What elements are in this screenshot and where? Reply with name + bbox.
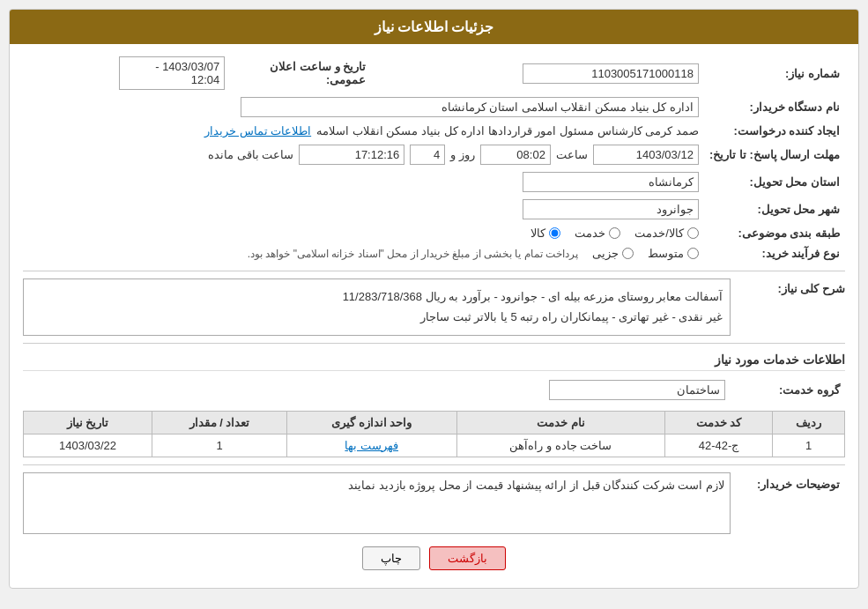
cell-row: 1 [773,434,845,457]
response-time-field: 08:02 [480,145,551,165]
service-group-value: ساختمان [23,376,731,404]
col-date: تاریخ نیاز [24,411,152,434]
response-deadline-value: 1403/03/12 ساعت 08:02 روز و 4 17:12:16 س… [23,141,704,168]
need-description-value: آسفالت معابر روستای مزرعه بیله ای - جوان… [23,279,731,336]
time-label: ساعت [556,148,588,161]
need-number-value: 1103005171000118 [371,53,704,93]
col-name: نام خدمت [456,411,664,434]
province-value: کرمانشاه [23,168,704,196]
radio-motaset[interactable]: متوسط [648,247,699,260]
cell-count: 1 [152,434,287,457]
announce-date-label: تاریخ و ساعت اعلان عمومی: [230,53,371,93]
creator-text: صمد کرمی کارشناس مسئول امور قراردادها اد… [316,124,699,137]
col-code: کد خدمت [664,411,772,434]
province-label: استان محل تحویل: [704,168,845,196]
announce-date-field: 1403/03/07 - 12:04 [119,56,225,90]
radio-jozi[interactable]: جزیی [592,247,634,260]
table-row: 1ج-42-42ساخت جاده و راه‌آهنفهرست بها1140… [24,434,845,457]
buyer-notes-label: توضیحات خریدار: [731,472,845,491]
category-label: طبقه بندی موضوعی: [704,223,845,243]
radio-jozi-input[interactable] [622,248,634,259]
response-date-field: 1403/03/12 [593,145,699,165]
info-table: شماره نیاز: 1103005171000118 تاریخ و ساع… [23,53,845,264]
buyer-org-label: نام دستگاه خریدار: [704,93,845,121]
remaining-days-field: 4 [410,145,445,165]
cell-unit: فهرست بها [286,434,456,457]
radio-motaset-label: متوسط [648,247,684,260]
radio-motaset-input[interactable] [687,248,699,259]
divider2 [23,343,845,344]
col-count: تعداد / مقدار [152,411,287,434]
need-number-field: 1103005171000118 [523,63,699,84]
response-deadline-label: مهلت ارسال پاسخ: تا تاریخ: [704,141,845,168]
province-field: کرمانشاه [523,172,699,192]
service-group-label: گروه خدمت: [731,376,845,404]
remaining-suffix: ساعت باقی مانده [208,148,293,161]
buyer-org-field: اداره کل بنیاد مسکن انقلاب اسلامی استان … [241,97,699,117]
radio-kala-label: کالا [530,227,545,240]
buyer-notes-row: توضیحات خریدار: لازم است شرکت کنندگان قب… [23,472,845,534]
cell-name: ساخت جاده و راه‌آهن [456,434,664,457]
btn-row: بازگشت چاپ [23,546,845,579]
cell-code: ج-42-42 [664,434,772,457]
radio-jozi-label: جزیی [592,247,619,260]
process-value: متوسط جزیی پرداخت تمام یا بخشی از مبلغ خ… [23,243,704,264]
remaining-time-field: 17:12:16 [299,145,404,165]
buyer-notes-text: لازم است شرکت کنندگان قبل از ارائه پیشنه… [348,479,724,492]
service-group-field: ساختمان [549,380,725,400]
page-title: جزئیات اطلاعات نیاز [375,19,494,34]
need-description-label: شرح کلی نیاز: [731,279,845,295]
buyer-org-value: اداره کل بنیاد مسکن انقلاب اسلامی استان … [23,93,704,121]
radio-khedmat[interactable]: خدمت [575,227,620,240]
radio-kala-khedmat-label: کالا/خدمت [634,227,684,240]
col-unit: واحد اندازه گیری [286,411,456,434]
col-row: ردیف [773,411,845,434]
services-title: اطلاعات خدمات مورد نیاز [23,353,845,371]
need-description-text: آسفالت معابر روستای مزرعه بیله ای - جوان… [31,286,723,328]
radio-kala-khedmat-input[interactable] [687,227,699,239]
city-value: جوانرود [23,196,704,223]
radio-kala-khedmat[interactable]: کالا/خدمت [634,227,699,240]
process-note: پرداخت تمام یا بخشی از مبلغ خریدار از مح… [248,248,578,260]
days-label: روز و [450,148,475,161]
radio-kala-input[interactable] [549,227,560,239]
category-value: کالا/خدمت خدمت کالا [23,223,704,243]
announce-date-value: 1403/03/07 - 12:04 [23,53,230,93]
radio-kala[interactable]: کالا [530,227,560,240]
cell-date: 1403/03/22 [24,434,152,457]
radio-khedmat-label: خدمت [575,227,605,240]
divider1 [23,271,845,271]
buyer-notes-content: لازم است شرکت کنندگان قبل از ارائه پیشنه… [23,472,731,534]
radio-khedmat-input[interactable] [609,227,620,239]
service-group-table: گروه خدمت: ساختمان [23,376,845,404]
creator-value: صمد کرمی کارشناس مسئول امور قراردادها اد… [23,121,704,141]
contact-link[interactable]: اطلاعات تماس خریدار [204,124,311,137]
divider3 [23,464,845,465]
print-button[interactable]: چاپ [362,546,420,570]
need-number-label: شماره نیاز: [704,53,845,93]
card-header: جزئیات اطلاعات نیاز [10,10,858,44]
service-table: ردیف کد خدمت نام خدمت واحد اندازه گیری ت… [23,411,845,457]
city-label: شهر محل تحویل: [704,196,845,223]
creator-label: ایجاد کننده درخواست: [704,121,845,141]
city-field: جوانرود [523,199,699,219]
back-button[interactable]: بازگشت [429,546,506,570]
process-label: نوع فرآیند خرید: [704,243,845,264]
